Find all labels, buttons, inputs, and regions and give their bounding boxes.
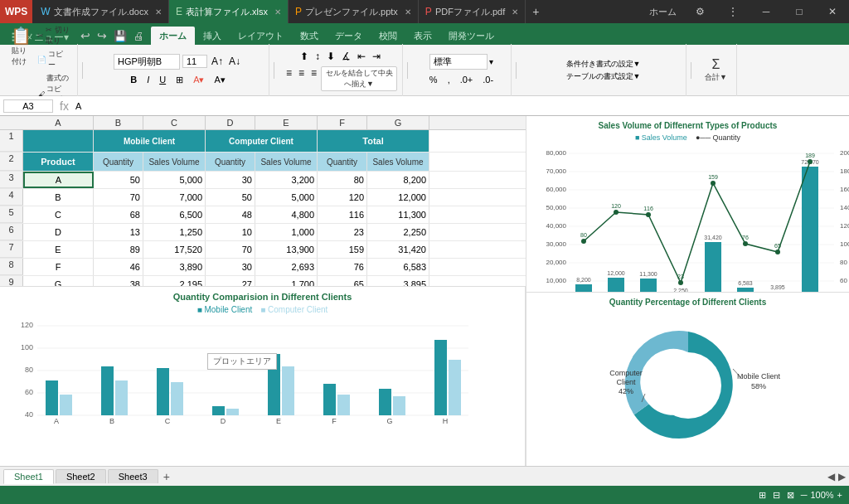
formula-input[interactable] — [75, 101, 846, 111]
cell-tot-sales-A[interactable]: 8,200 — [367, 172, 429, 188]
add-sheet-btn[interactable]: + — [160, 470, 173, 483]
tab-pdf[interactable]: P PDFファイル.pdf ✕ — [419, 0, 526, 23]
cond-format-btn[interactable]: 条件付き書式の設定▼ — [566, 59, 641, 70]
scroll-left-btn[interactable]: ◀ — [827, 471, 835, 482]
sum-btn[interactable]: Σ 合計▼ — [701, 56, 730, 85]
cell-tot-sales-E[interactable]: 31,420 — [367, 241, 429, 258]
cell-tot-qty-A[interactable]: 80 — [318, 172, 367, 188]
align-bottom-btn[interactable]: ⬇ — [324, 50, 337, 63]
view-page-btn[interactable]: ⊟ — [773, 490, 780, 501]
bold-btn[interactable]: B — [126, 73, 141, 86]
cell-comp-qty-A[interactable]: 30 — [206, 172, 255, 188]
cell-mob-qty-B[interactable]: 70 — [94, 189, 143, 206]
ribbon-tab-layout[interactable]: レイアウト — [230, 27, 292, 45]
table-format-btn[interactable]: テーブルの書式設定▼ — [566, 71, 641, 82]
cell-reference-input[interactable] — [3, 99, 53, 113]
row-2-header[interactable]: 2 — [0, 153, 23, 171]
tab-pptx[interactable]: P プレゼンファイル.pptx ✕ — [289, 0, 419, 23]
cell-comp-qty-E[interactable]: 70 — [206, 241, 255, 258]
col-e-header[interactable]: E — [255, 116, 318, 129]
indent-dec-btn[interactable]: ⇤ — [355, 50, 368, 63]
cell-comp-sales-G[interactable]: 1,700 — [255, 276, 318, 286]
cell-mob-sales-A[interactable]: 5,000 — [143, 172, 206, 188]
cell-mob-qty-G[interactable]: 38 — [94, 276, 143, 286]
col-g-header[interactable]: G — [367, 116, 429, 129]
col-a-header[interactable]: A — [23, 116, 94, 129]
font-size-input[interactable]: 11 — [182, 55, 207, 68]
ribbon-tab-redo[interactable]: ↪ — [94, 27, 110, 45]
cell-product-B[interactable]: B — [23, 189, 94, 206]
cell-product-C[interactable]: C — [23, 206, 94, 223]
ribbon-tab-data[interactable]: データ — [327, 27, 371, 45]
tab-excel[interactable]: E 表計算ファイル.xlsx ✕ — [169, 0, 289, 23]
row-3-header[interactable]: 3 — [0, 172, 23, 188]
cell-tot-qty-G[interactable]: 65 — [318, 276, 367, 286]
number-format-selector[interactable]: 標準 — [429, 54, 488, 70]
font-shrink-btn[interactable]: A↓ — [227, 56, 242, 67]
text-angle-btn[interactable]: ∡ — [339, 50, 353, 63]
ribbon-tab-view[interactable]: 表示 — [405, 27, 440, 45]
ribbon-tab-insert[interactable]: 挿入 — [195, 27, 230, 45]
ribbon-tab-review[interactable]: 校閲 — [371, 27, 405, 45]
cell-product-F[interactable]: F — [23, 259, 94, 275]
cell-comp-qty-D[interactable]: 10 — [206, 224, 255, 240]
col-d-header[interactable]: D — [206, 116, 255, 129]
cell-product-A[interactable]: A — [23, 172, 94, 188]
cell-comp-sales-F[interactable]: 2,693 — [255, 259, 318, 275]
pct-btn[interactable]: % — [425, 73, 442, 86]
align-middle-btn[interactable]: ↕ — [313, 50, 323, 63]
minimize-btn[interactable]: ─ — [750, 0, 783, 23]
close-pdf-tab[interactable]: ✕ — [512, 7, 518, 17]
copy-btn[interactable]: 📄コピー — [35, 48, 72, 71]
dec-dec-btn[interactable]: .0- — [478, 73, 497, 86]
cell-product-D[interactable]: D — [23, 224, 94, 240]
underline-btn[interactable]: U — [155, 73, 170, 86]
italic-btn[interactable]: I — [143, 73, 153, 86]
row-6-header[interactable]: 6 — [0, 224, 23, 240]
cell-comp-sales-C[interactable]: 4,800 — [255, 206, 318, 223]
cell-comp-sales-E[interactable]: 13,900 — [255, 241, 318, 258]
ribbon-tab-formulas[interactable]: 数式 — [292, 27, 327, 45]
ribbon-tab-save[interactable]: 💾 — [110, 27, 130, 45]
close-btn[interactable]: ✕ — [816, 0, 849, 23]
number-format-down[interactable]: ▾ — [489, 57, 493, 66]
cell-mob-qty-C[interactable]: 68 — [94, 206, 143, 223]
sheet-tab-3[interactable]: Sheet3 — [108, 469, 158, 483]
settings-btn[interactable]: ⚙ — [683, 0, 716, 23]
cell-mob-sales-D[interactable]: 1,250 — [143, 224, 206, 240]
cell-comp-sales-D[interactable]: 1,000 — [255, 224, 318, 240]
cell-comp-qty-B[interactable]: 50 — [206, 189, 255, 206]
sheet-tab-2[interactable]: Sheet2 — [56, 469, 106, 483]
cell-mob-qty-A[interactable]: 50 — [94, 172, 143, 188]
paste-btn[interactable]: 📋 貼り付け — [8, 24, 33, 69]
cell-product-E[interactable]: E — [23, 241, 94, 258]
view-preview-btn[interactable]: ⊠ — [787, 490, 794, 501]
cell-tot-sales-G[interactable]: 3,895 — [367, 276, 429, 286]
col-b-header[interactable]: B — [94, 116, 143, 129]
font-selector[interactable]: HGP明朝B — [114, 54, 180, 70]
cell-tot-qty-C[interactable]: 116 — [318, 206, 367, 223]
cut-btn[interactable]: ✂✂ 切り取り — [35, 24, 72, 47]
cell-tot-sales-C[interactable]: 11,300 — [367, 206, 429, 223]
cell-comp-qty-G[interactable]: 27 — [206, 276, 255, 286]
col-c-header[interactable]: C — [143, 116, 206, 129]
align-left-btn[interactable]: ≡ — [284, 66, 294, 91]
ribbon-tab-dev[interactable]: 開発ツール — [440, 27, 502, 45]
zoom-out-btn[interactable]: ─ — [801, 490, 808, 500]
cell-mob-sales-B[interactable]: 7,000 — [143, 189, 206, 206]
row-9-header[interactable]: 9 — [0, 276, 23, 286]
cell-mob-sales-F[interactable]: 3,890 — [143, 259, 206, 275]
close-word-tab[interactable]: ✕ — [155, 7, 162, 17]
close-pptx-tab[interactable]: ✕ — [405, 7, 411, 17]
row-4-header[interactable]: 4 — [0, 189, 23, 206]
scroll-right-btn[interactable]: ▶ — [838, 471, 846, 482]
cell-tot-qty-B[interactable]: 120 — [318, 189, 367, 206]
more-btn[interactable]: ⋮ — [716, 0, 750, 23]
align-center-btn[interactable]: ≡ — [296, 66, 307, 91]
cell-mob-qty-F[interactable]: 46 — [94, 259, 143, 275]
cell-tot-qty-F[interactable]: 76 — [318, 259, 367, 275]
ribbon-tab-undo[interactable]: ↩ — [77, 27, 94, 45]
maximize-btn[interactable]: □ — [783, 0, 816, 23]
cell-comp-sales-A[interactable]: 3,200 — [255, 172, 318, 188]
cell-tot-sales-B[interactable]: 12,000 — [367, 189, 429, 206]
